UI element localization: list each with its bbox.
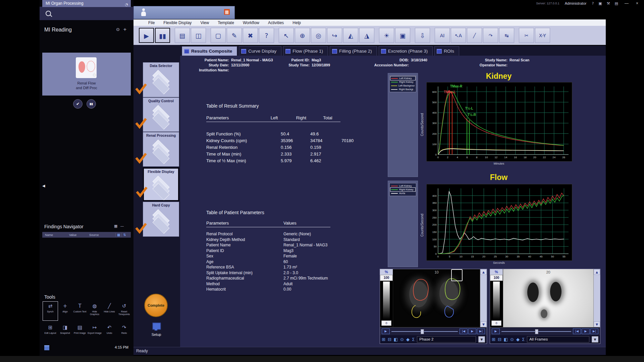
flip-left-button[interactable]: ◭: [343, 28, 358, 43]
collapse-icon[interactable]: —: [120, 224, 124, 228]
export-image-tool[interactable]: ↦ Export Image: [87, 323, 102, 342]
legend-entry[interactable]: Left Background: [390, 84, 415, 87]
cine-step-button[interactable]: ▶|: [477, 328, 485, 334]
cut-button[interactable]: ✂: [519, 28, 534, 43]
new-document-button[interactable]: ▢: [211, 28, 226, 43]
viewer-tool-icon[interactable]: ◆: [516, 337, 520, 342]
redo-tool[interactable]: ↷ Redo: [117, 323, 131, 342]
renal-flow-card[interactable]: + Renal Flow and Diff Proc: [42, 53, 131, 96]
viewer-tool-icon[interactable]: ⊞: [382, 337, 385, 342]
workflow-step[interactable]: Data Selector: [143, 62, 179, 97]
tab[interactable]: Curve Display: [239, 46, 281, 56]
frame-group-dropdown[interactable]: Phase 2: [417, 336, 476, 343]
findings-grid-icon[interactable]: ▦: [115, 233, 121, 237]
viewer-tool-icon[interactable]: ◧: [504, 337, 508, 342]
magnifier-circle-icon[interactable]: ⊙: [116, 27, 120, 32]
menu-item[interactable]: View: [200, 20, 209, 25]
crossing-arrows-button[interactable]: ↹: [499, 28, 514, 43]
gradient-bar[interactable]: [383, 282, 390, 320]
workflow-step[interactable]: Quality Control: [143, 98, 179, 132]
menu-item[interactable]: Flexible Display: [163, 20, 192, 25]
legend-entry[interactable]: Left Kidney: [390, 184, 415, 188]
scroll-down-button[interactable]: ▼: [480, 321, 487, 327]
viewer-tool-icon[interactable]: ◆: [406, 337, 410, 342]
workflow-step[interactable]: Hard Copy: [143, 202, 179, 237]
print-button[interactable]: ▤: [175, 28, 190, 43]
cine-step-button[interactable]: |◀: [460, 328, 468, 334]
legend-entry[interactable]: Left Kidney: [390, 76, 415, 80]
edit-layout-tool[interactable]: ⊞ Edit Layout: [43, 323, 58, 342]
viewer-tool-icon[interactable]: ⊟: [388, 337, 391, 342]
monitor-icon[interactable]: ▣: [598, 1, 602, 6]
upper-level-value[interactable]: 100: [490, 275, 503, 281]
dropdown-arrow-button[interactable]: ▼: [478, 336, 485, 343]
rotate-button[interactable]: ↷: [483, 28, 498, 43]
hide-lines-tool[interactable]: ╱ Hide Lines: [102, 302, 117, 320]
close-button[interactable]: ×: [635, 1, 639, 6]
accept-step-button[interactable]: ✔: [73, 99, 83, 109]
legend-entry[interactable]: Aorta: [390, 191, 415, 195]
viewer-tool-icon[interactable]: ⊙: [510, 337, 514, 342]
grayscale-colorbar[interactable]: % 100 0: [380, 269, 393, 327]
pointer-button[interactable]: ↖: [279, 28, 294, 43]
search-box[interactable]: [40, 7, 133, 20]
select-text-button[interactable]: ↖A: [451, 28, 466, 43]
grayscale-colorbar[interactable]: % 100 0: [490, 269, 503, 327]
context-help-button[interactable]: ?: [259, 28, 274, 43]
cine-step-button[interactable]: ▶: [468, 328, 476, 334]
lower-level-value[interactable]: 0: [381, 320, 391, 326]
cine-step-button[interactable]: |◀: [573, 328, 581, 334]
viewer-tool-icon[interactable]: Σ: [522, 337, 525, 342]
custom-text-tool[interactable]: T Custom Text: [72, 302, 87, 320]
tab[interactable]: Filling (Phase 2): [330, 46, 377, 56]
viewer-tool-icon[interactable]: ◧: [394, 337, 398, 342]
zoom-button[interactable]: ◎: [311, 28, 326, 43]
add-icon[interactable]: +: [123, 27, 127, 32]
ruler-button[interactable]: ╱: [467, 28, 482, 43]
setup-icon[interactable]: [152, 322, 161, 330]
scroll-down-button[interactable]: ▼: [594, 321, 600, 327]
dropdown-arrow-button[interactable]: ▼: [592, 336, 598, 343]
findings-sort-icon[interactable]: ⇅: [121, 233, 127, 237]
synch-tool[interactable]: ⇄ Synch: [43, 302, 58, 320]
inverted-scintigram-image[interactable]: 20: [503, 269, 593, 327]
collapse-left-arrow[interactable]: ◀: [42, 184, 45, 188]
kidney-chart[interactable]: 0246810121416182022242601002003004005006…: [426, 82, 572, 162]
printer-icon[interactable]: ▤: [615, 1, 618, 6]
cine-play-button[interactable]: ▶: [492, 328, 500, 334]
lower-level-value[interactable]: 0: [491, 320, 501, 326]
workflow-step[interactable]: Flexible Display: [143, 168, 179, 201]
accept-button[interactable]: ⇩: [415, 28, 430, 43]
legend-entry[interactable]: Right Kidney: [390, 188, 415, 191]
image-scrollbar[interactable]: ▲ ▼: [593, 269, 600, 327]
pause-button[interactable]: ▮▮: [155, 28, 170, 43]
help-icon[interactable]: ?: [592, 1, 594, 6]
undo-tool[interactable]: ↶ Undo: [102, 323, 117, 342]
play-button[interactable]: ▶: [139, 28, 154, 43]
window-level-button[interactable]: ☀: [379, 28, 394, 43]
pause-step-button[interactable]: ▮▮: [87, 99, 96, 109]
legend-entry[interactable]: Right Kidney: [390, 80, 415, 84]
align-tool[interactable]: + Align: [58, 302, 72, 320]
scroll-up-button[interactable]: ▲: [594, 269, 600, 275]
edit-button[interactable]: ✎: [227, 28, 242, 43]
pan-button[interactable]: ⊕: [295, 28, 310, 43]
gradient-bar[interactable]: [493, 282, 500, 320]
viewer-tool-icon[interactable]: ⊞: [492, 337, 495, 342]
workflow-list-item[interactable]: MI Organ Processing ◔: [42, 0, 131, 7]
frame-group-dropdown[interactable]: All Frames: [527, 336, 589, 343]
flow-chart[interactable]: 0510152025303540455055050100150200250300…: [426, 184, 572, 261]
minimize-button[interactable]: —: [624, 1, 630, 6]
hide-graphics-tool[interactable]: ◍ Hide Graphics: [87, 302, 102, 320]
image-scrollbar[interactable]: ▲ ▼: [480, 269, 487, 327]
app-titlebar[interactable]: ▦: [133, 6, 235, 19]
tab[interactable]: ROIs: [434, 46, 459, 56]
cine-step-button[interactable]: ▶|: [590, 328, 598, 334]
scroll-up-button[interactable]: ▲: [480, 269, 487, 275]
delete-document-button[interactable]: ✖: [243, 28, 258, 43]
tab[interactable]: Results Composite: [182, 46, 237, 56]
cine-step-button[interactable]: ▶: [582, 328, 590, 334]
menu-item[interactable]: Workflow: [243, 20, 259, 25]
scintigram-image[interactable]: 10: [393, 269, 480, 327]
complete-button[interactable]: Complete: [144, 294, 168, 317]
